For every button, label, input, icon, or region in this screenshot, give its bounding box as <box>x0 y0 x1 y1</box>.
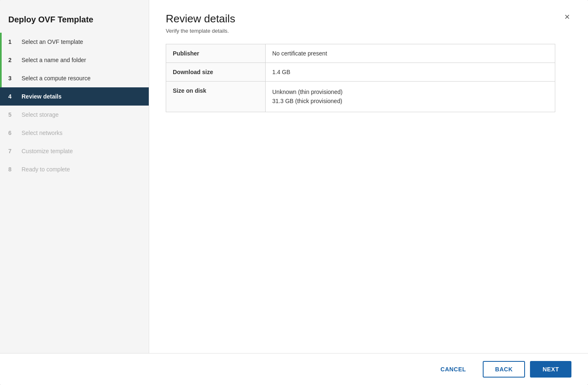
sidebar-item-select-an-ovf-template[interactable]: 1 Select an OVF template <box>0 33 149 51</box>
details-table: PublisherNo certificate presentDownload … <box>166 44 555 112</box>
table-cell-label: Publisher <box>166 44 266 63</box>
sidebar-item-select-storage: 5 Select storage <box>0 106 149 124</box>
sidebar-item-ready-to-complete: 8 Ready to complete <box>0 160 149 178</box>
sidebar-item-customize-template: 7 Customize template <box>0 142 149 160</box>
step-label: Customize template <box>22 148 73 154</box>
deploy-ovf-dialog: Deploy OVF Template 1 Select an OVF temp… <box>0 0 588 385</box>
sidebar: Deploy OVF Template 1 Select an OVF temp… <box>0 0 149 353</box>
main-header: Review details × <box>166 12 571 25</box>
step-number: 5 <box>8 111 17 118</box>
step-number: 2 <box>8 57 17 63</box>
sidebar-item-select-a-name-and-folder[interactable]: 2 Select a name and folder <box>0 51 149 69</box>
step-number: 3 <box>8 75 17 82</box>
table-cell-value: 1.4 GB <box>266 63 555 82</box>
table-row: Size on diskUnknown (thin provisioned)31… <box>166 82 555 112</box>
step-number: 7 <box>8 148 17 154</box>
step-label: Select a compute resource <box>22 75 91 82</box>
step-label: Select an OVF template <box>22 38 83 45</box>
dialog-body: Deploy OVF Template 1 Select an OVF temp… <box>0 0 588 353</box>
size-line: 31.3 GB (thick provisioned) <box>272 96 548 106</box>
step-number: 4 <box>8 93 17 100</box>
close-button[interactable]: × <box>563 12 571 22</box>
main-content: Review details × Verify the template det… <box>149 0 588 353</box>
sidebar-title: Deploy OVF Template <box>0 8 149 33</box>
page-title: Review details <box>166 12 235 25</box>
step-label: Ready to complete <box>22 166 70 173</box>
size-line: Unknown (thin provisioned) <box>272 87 548 96</box>
table-cell-value: Unknown (thin provisioned)31.3 GB (thick… <box>266 82 555 112</box>
sidebar-item-review-details[interactable]: 4 Review details <box>0 87 149 106</box>
step-label: Review details <box>22 93 62 100</box>
step-label: Select networks <box>22 130 63 136</box>
step-number: 1 <box>8 38 17 45</box>
sidebar-item-select-a-compute-resource[interactable]: 3 Select a compute resource <box>0 69 149 87</box>
table-cell-value: No certificate present <box>266 44 555 63</box>
sidebar-item-select-networks: 6 Select networks <box>0 124 149 142</box>
step-label: Select a name and folder <box>22 57 86 63</box>
step-number: 6 <box>8 130 17 136</box>
table-row: Download size1.4 GB <box>166 63 555 82</box>
step-label: Select storage <box>22 111 59 118</box>
step-number: 8 <box>8 166 17 173</box>
cancel-button[interactable]: CANCEL <box>429 362 478 377</box>
subtitle: Verify the template details. <box>166 28 571 34</box>
table-cell-label: Size on disk <box>166 82 266 112</box>
table-cell-label: Download size <box>166 63 266 82</box>
next-button[interactable]: NEXT <box>530 361 571 378</box>
footer: CANCEL BACK NEXT <box>0 353 588 385</box>
back-button[interactable]: BACK <box>483 361 525 378</box>
table-row: PublisherNo certificate present <box>166 44 555 63</box>
